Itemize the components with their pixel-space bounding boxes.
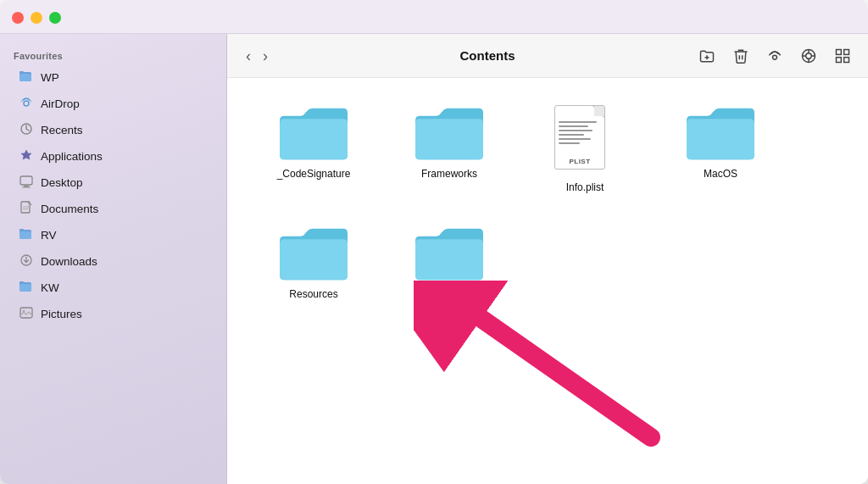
svg-rect-31 <box>837 57 842 62</box>
file-name-frameworks: Frameworks <box>421 168 477 181</box>
sidebar-label-downloads: Downloads <box>41 255 97 268</box>
delete-button[interactable] <box>729 44 753 68</box>
file-grid: _CodeSignature Frameworks <box>227 78 868 484</box>
sidebar-item-desktop[interactable]: Desktop <box>5 170 221 195</box>
svg-point-3 <box>24 101 29 106</box>
svg-rect-12 <box>19 231 31 239</box>
sidebar-label-rv: RV <box>41 229 57 242</box>
svg-rect-1 <box>19 74 31 81</box>
burn-button[interactable] <box>797 44 821 68</box>
toolbar: ‹ › Contents <box>227 34 868 78</box>
sidebar-label-airdrop: AirDrop <box>41 97 80 110</box>
sidebar-item-recents[interactable]: Recents <box>5 118 221 142</box>
recents-icon <box>19 122 34 138</box>
folder-resources-icon <box>280 225 348 283</box>
svg-rect-29 <box>837 49 842 54</box>
view-toggle-button[interactable] <box>831 44 854 68</box>
airdrop-toolbar-button[interactable] <box>763 44 787 68</box>
documents-icon <box>19 201 34 217</box>
sidebar-item-pictures[interactable]: Pictures <box>5 302 221 326</box>
sidebar-item-downloads[interactable]: Downloads <box>5 249 221 274</box>
svg-rect-6 <box>24 186 29 187</box>
file-item-macos[interactable]: MacOS <box>661 98 780 202</box>
file-name-macos: MacOS <box>704 168 737 181</box>
sidebar-item-documents[interactable]: Documents <box>5 197 221 221</box>
file-item-infoplist[interactable]: PLIST Info.plist <box>526 98 644 202</box>
window-body: Favourites WP <box>0 34 868 484</box>
sidebar-label-kw: KW <box>41 281 59 294</box>
sidebar-label-applications: Applications <box>41 150 103 163</box>
svg-rect-16 <box>19 284 31 292</box>
folder-macos-icon <box>687 105 754 163</box>
folder-icon <box>19 70 34 86</box>
file-name-infoplist: Info.plist <box>566 181 604 195</box>
svg-rect-32 <box>844 57 849 62</box>
titlebar <box>0 0 868 34</box>
minimize-button[interactable] <box>31 12 42 24</box>
file-item-resources[interactable]: Resources <box>254 219 373 309</box>
file-name-support: Support <box>431 288 467 302</box>
sidebar-item-kw[interactable]: KW <box>5 275 221 300</box>
main-content: ‹ › Contents <box>227 34 868 484</box>
toolbar-actions <box>695 44 854 68</box>
folder-frameworks-icon <box>415 105 483 163</box>
folder-support-icon <box>415 225 483 283</box>
svg-rect-2 <box>19 71 24 74</box>
close-button[interactable] <box>12 12 24 24</box>
sidebar: Favourites WP <box>0 34 227 484</box>
forward-button[interactable]: › <box>258 45 273 67</box>
file-name-codesignature: _CodeSignature <box>277 168 351 181</box>
plist-file-icon: PLIST <box>554 105 615 176</box>
finder-window: Favourites WP <box>0 0 868 484</box>
pictures-icon <box>19 306 34 322</box>
sidebar-item-wp[interactable]: WP <box>5 65 221 90</box>
sidebar-item-airdrop[interactable]: AirDrop <box>5 92 221 116</box>
sidebar-section-favourites: Favourites <box>0 44 226 64</box>
svg-rect-13 <box>19 229 24 231</box>
file-item-support[interactable]: Support <box>390 219 509 309</box>
file-name-resources: Resources <box>289 288 337 302</box>
toolbar-title: Contents <box>287 48 688 63</box>
sidebar-item-applications[interactable]: Applications <box>5 144 221 169</box>
sidebar-label-desktop: Desktop <box>41 176 83 189</box>
maximize-button[interactable] <box>49 12 61 24</box>
file-item-codesignature[interactable]: _CodeSignature <box>254 98 373 202</box>
folder-rv-icon <box>19 227 34 243</box>
traffic-lights <box>0 3 73 31</box>
file-item-frameworks[interactable]: Frameworks <box>390 98 509 202</box>
folder-kw-icon <box>19 280 34 296</box>
svg-rect-17 <box>19 281 24 284</box>
airdrop-icon <box>19 96 34 112</box>
sidebar-label-recents: Recents <box>41 124 83 136</box>
sidebar-item-rv[interactable]: RV <box>5 223 221 248</box>
folder-codesignature-icon <box>280 105 348 163</box>
sidebar-label-pictures: Pictures <box>41 308 82 320</box>
svg-point-24 <box>806 53 812 58</box>
applications-icon <box>19 148 34 164</box>
svg-rect-7 <box>22 187 31 188</box>
sidebar-label-documents: Documents <box>41 203 98 215</box>
svg-rect-18 <box>20 308 32 318</box>
downloads-icon <box>19 253 34 270</box>
sidebar-label-wp: WP <box>41 71 59 84</box>
svg-rect-30 <box>844 49 849 54</box>
back-button[interactable]: ‹ <box>241 45 256 67</box>
svg-point-22 <box>773 55 777 59</box>
desktop-icon <box>19 175 34 191</box>
new-folder-button[interactable] <box>695 44 719 68</box>
nav-buttons: ‹ › <box>241 45 273 67</box>
svg-rect-5 <box>20 176 32 185</box>
